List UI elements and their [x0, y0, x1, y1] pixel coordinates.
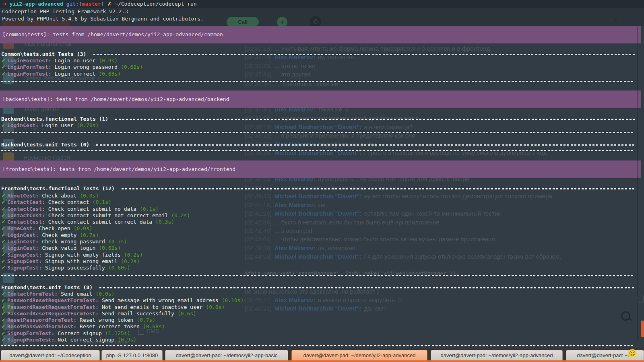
check-icon: ✔ — [1, 71, 6, 77]
git-branch: master — [82, 1, 101, 7]
test-class: LoginCest: — [7, 239, 39, 245]
test-row: ✔LoginFormTest:Login correct(0.63s) — [1, 71, 143, 77]
test-row: ✔LoginFormTest:Login no user(0.9s) — [1, 58, 143, 64]
test-row: ✔ResetPasswordFormTest:Reset wrong token… — [1, 317, 244, 323]
test-row: ✔SignupCest:Signup successfully(0.60s) — [1, 265, 190, 271]
test-row: ✔LoginFormTest:Login wrong password(0.62… — [1, 64, 143, 70]
tray-smiley-icon[interactable]: ☺ — [628, 349, 637, 358]
test-row: ✔PasswordResetRequestFormTest:Not send e… — [1, 304, 244, 311]
test-row: ✔ContactCest:Check contact(0.1s) — [1, 199, 190, 206]
test-time: (0.0s) — [80, 193, 99, 199]
test-desc: Send email successfully — [102, 311, 174, 317]
test-desc: Check open — [39, 225, 70, 231]
check-icon: ✔ — [1, 245, 6, 251]
chat-scrollbar-thumb[interactable] — [638, 296, 644, 302]
test-class: AboutCest: — [7, 193, 39, 199]
taskbar-tab[interactable]: php -S 127.0.0.1:8080 — [101, 350, 163, 360]
test-row: ✔SignupFormTest:Not correct signup(0.9s) — [1, 337, 244, 343]
check-icon: ✔ — [1, 304, 6, 310]
taskbar-tab[interactable]: davert@davert-pad: ~/demos/yii2-app-basi… — [165, 350, 288, 360]
test-time: (0.62s) — [99, 245, 121, 251]
test-class: PasswordResetRequestFormTest: — [7, 297, 99, 303]
test-time: (0.2s) — [124, 252, 143, 258]
test-class: SignupCest: — [7, 252, 42, 258]
test-time: (0.7s) — [136, 317, 155, 323]
test-row: ✔LoginCest:Check valid login(0.62s) — [1, 245, 190, 251]
check-icon: ✔ — [1, 337, 6, 343]
section-header: Frontend\tests.unit Tests (8) — [1, 284, 635, 290]
taskbar-tab[interactable]: davert@davert-pad: ~/Codeception — [1, 350, 100, 360]
test-time: (0.2s) — [171, 212, 190, 218]
check-icon: ✔ — [1, 265, 6, 271]
search-icon[interactable] — [621, 311, 630, 321]
check-icon: ✔ — [1, 323, 6, 329]
check-icon: ✔ — [1, 317, 6, 323]
test-desc: Signup with wrong email — [45, 258, 118, 264]
taskbar-accent-strip — [0, 360, 644, 362]
test-class: ContactCest: — [7, 212, 45, 218]
chat-scrollbar-track[interactable] — [637, 26, 638, 340]
test-time: (0.9s) — [118, 337, 136, 343]
test-time: (0.7s) — [80, 232, 99, 238]
test-row: ✔ContactFormTest:Send email(0.0s) — [1, 291, 244, 297]
check-icon: ✔ — [1, 252, 6, 258]
check-icon: ✔ — [1, 219, 6, 225]
test-row: ✔ContactCest:Check contact submit no dat… — [1, 206, 190, 212]
check-icon: ✔ — [1, 232, 6, 238]
test-class: SignupFormTest: — [7, 330, 54, 336]
section-header: Backend\tests.functional Tests (1) — [1, 115, 635, 122]
test-time: (0.1s) — [93, 199, 111, 205]
test-desc: Send message with wrong email address — [102, 297, 219, 303]
separator-line — [1, 132, 635, 133]
separator-line — [1, 345, 635, 346]
check-icon: ✔ — [1, 64, 6, 70]
test-desc: Check valid login — [42, 245, 95, 251]
test-row: ✔ResetPasswordFormTest:Reset correct tok… — [1, 323, 244, 330]
test-time: (0.70s) — [76, 122, 99, 128]
test-desc: Correct signup — [58, 330, 102, 336]
test-class: SignupCest: — [7, 265, 42, 271]
check-icon: ✔ — [1, 193, 6, 199]
test-row: ✔LoginCest:Check empty(0.7s) — [1, 232, 190, 239]
section-title: Common\tests.unit Tests (3) — [1, 51, 89, 57]
test-row: ✔PasswordResetRequestFormTest:Send email… — [1, 311, 244, 317]
test-time: (0.68s) — [143, 323, 165, 329]
git-label-close: ) — [101, 1, 104, 7]
test-desc: Reset wrong token — [80, 317, 133, 323]
test-time: (0.7s) — [108, 239, 127, 245]
check-icon: ✔ — [1, 311, 6, 317]
git-dirty-icon: ✗ — [107, 1, 111, 7]
test-list: ✔LoginFormTest:Login no user(0.9s)✔Login… — [1, 58, 143, 77]
section-title: Backend\tests.functional Tests (1) — [1, 116, 111, 122]
test-desc: Signup successfully — [45, 265, 105, 271]
test-time: (0.0s) — [95, 291, 114, 297]
test-class: HomeCest: — [7, 225, 35, 231]
phpunit-line: Powered by PHPUnit 5.4.6 by Sebastian Be… — [2, 16, 204, 22]
git-label: git:( — [66, 1, 82, 7]
test-time: (0.62s) — [121, 64, 143, 70]
check-icon: ✔ — [1, 297, 6, 303]
suite-banner: [backend\tests]: tests from /home/davert… — [0, 90, 641, 108]
test-desc: Check contact submit not correct email — [48, 212, 168, 218]
test-desc: Check wrong password — [42, 239, 105, 245]
test-list: ✔AboutCest:Check about(0.0s)✔ContactCest… — [1, 193, 190, 272]
test-desc: Reset correct token — [80, 323, 140, 329]
test-class: PasswordResetRequestFormTest: — [7, 311, 99, 317]
suite-banner: [frontend\tests]: tests from /home/daver… — [0, 160, 641, 178]
taskbar-tab[interactable]: davert@davert-pad: ~/demos/yii2-app-adva… — [431, 350, 563, 360]
test-desc: Login correct — [54, 71, 95, 77]
section-dashes — [96, 144, 635, 146]
test-time: (0.63s) — [99, 71, 121, 77]
test-list: ✔ContactFormTest:Send email(0.0s)✔Passwo… — [1, 291, 244, 343]
test-row: ✔ContactCest:Check contact submit correc… — [1, 219, 190, 225]
separator-line — [1, 275, 635, 276]
test-row: ✔ContactCest:Check contact submit not co… — [1, 212, 190, 219]
section-dashes — [93, 54, 635, 55]
test-time: (0.1s) — [140, 206, 159, 212]
test-list: ✔LoginCest:Login user(0.70s) — [1, 122, 99, 129]
taskbar-tab[interactable]: davert@davert-pad: ~/demos/yii2-app-adva… — [291, 350, 427, 360]
test-row: ✔LoginCest:Login user(0.70s) — [1, 122, 99, 129]
check-icon: ✔ — [1, 58, 6, 64]
test-class: ResetPasswordFormTest: — [7, 317, 76, 323]
test-class: SignupFormTest: — [7, 337, 54, 343]
